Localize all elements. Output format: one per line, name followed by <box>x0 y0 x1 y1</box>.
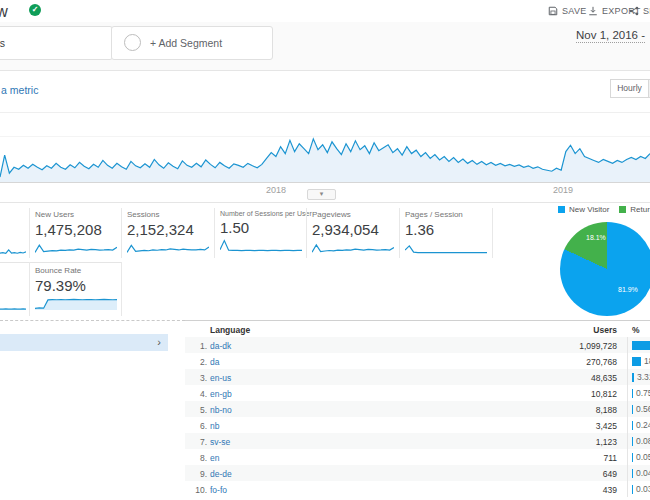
row-rank: 6. <box>191 421 207 431</box>
language-link[interactable]: da <box>210 357 219 367</box>
language-link[interactable]: en-us <box>210 373 231 383</box>
share-button[interactable]: SHARE <box>629 6 650 16</box>
users-sparkline-fragment <box>0 244 26 257</box>
divider <box>121 208 122 258</box>
divider <box>29 262 30 316</box>
metric-card-sessions: Sessions 2,152,324 <box>127 210 215 254</box>
percent-value: 0.03% <box>636 484 650 494</box>
table-row: 5.nb-no8,1880.56% <box>185 401 650 417</box>
metric-sparkline <box>312 241 394 254</box>
percent-users-cell: 0.24% <box>632 420 650 430</box>
column-header-language[interactable]: Language <box>210 325 250 335</box>
percent-bar <box>632 485 633 494</box>
row-rank: 8. <box>191 453 207 463</box>
pie-slice-label-returning: 18.1% <box>586 234 606 241</box>
language-link[interactable]: en-gb <box>210 389 232 399</box>
percent-users-cell: 0.75% <box>632 388 650 398</box>
divider <box>0 112 650 113</box>
users-value: 1,099,728 <box>515 341 617 351</box>
language-link[interactable]: de-de <box>210 469 232 479</box>
metric-sparkline <box>35 297 117 310</box>
language-link[interactable]: da-dk <box>210 341 231 351</box>
metric-value: 2,934,054 <box>312 221 400 238</box>
divider <box>214 208 215 258</box>
pie-slice-label-new: 81.9% <box>618 286 638 293</box>
x-tick-2019: 2019 <box>553 185 573 195</box>
percent-users-cell: 0.04% <box>632 468 650 478</box>
segment-chip-all-users[interactable]: All Users <box>0 26 113 60</box>
session-duration-sparkline-fragment <box>0 300 26 313</box>
percent-bar <box>632 469 633 478</box>
download-icon <box>588 6 598 16</box>
metric-card-bounce-rate: Bounce Rate 79.39% <box>35 266 123 310</box>
table-row: 10.fo-fo4390.03% <box>185 481 650 497</box>
x-tick-2018: 2018 <box>266 185 286 195</box>
percent-users-cell: 74.79% <box>632 340 650 350</box>
metric-sparkline <box>127 241 209 254</box>
verified-check-icon: ✓ <box>29 4 41 16</box>
users-value: 3,425 <box>515 421 617 431</box>
metric-card-sessions-per-user: Number of Sessions per User 1.50 <box>220 210 308 252</box>
segment-label: All Users <box>0 37 5 49</box>
audience-overview-page: Audience Overview ✓ SAVE EXPORT SHARE Al… <box>0 0 650 500</box>
users-value: 1,123 <box>515 437 617 447</box>
users-value: 649 <box>515 469 617 479</box>
metric-label: Pageviews <box>312 210 400 219</box>
row-rank: 1. <box>191 341 207 351</box>
users-value: 48,635 <box>515 373 617 383</box>
save-button[interactable]: SAVE <box>548 6 587 16</box>
legend-returning-visitor: Returning Visitor <box>630 205 650 214</box>
percent-value: 0.24% <box>636 420 650 430</box>
table-row: 2.da270,76818.42% <box>185 353 650 369</box>
metric-card-pageviews: Pageviews 2,934,054 <box>312 210 400 254</box>
select-metric-link[interactable]: Select a metric <box>0 84 38 96</box>
percent-bar <box>632 421 633 430</box>
language-table-body: 1.da-dk1,099,72874.79%2.da270,76818.42%3… <box>185 337 650 497</box>
legend-new-visitor: New Visitor <box>569 205 609 214</box>
granularity-hourly-button[interactable]: Hourly <box>610 79 649 98</box>
metric-sparkline <box>220 239 302 252</box>
metric-label: Bounce Rate <box>35 266 123 275</box>
language-link[interactable]: fo-fo <box>210 485 227 495</box>
divider <box>0 262 121 263</box>
visitor-pie: 18.1% 81.9% <box>560 222 650 316</box>
percent-users-cell: 0.56% <box>632 404 650 414</box>
new-visitor-swatch <box>558 206 565 213</box>
percent-bar <box>632 405 633 414</box>
percent-users-cell: 0.08% <box>632 436 650 446</box>
row-rank: 3. <box>191 373 207 383</box>
divider <box>399 208 400 258</box>
share-icon <box>629 6 639 16</box>
percent-users-cell: 0.03% <box>632 484 650 494</box>
metric-value: 2,152,324 <box>127 221 215 238</box>
divider <box>492 208 493 258</box>
users-value: 439 <box>515 485 617 495</box>
percent-bar <box>632 437 633 446</box>
metric-sparkline <box>35 241 117 254</box>
add-segment-button[interactable]: + Add Segment <box>111 26 273 60</box>
metric-value: 1,475,208 <box>35 221 123 238</box>
row-rank: 2. <box>191 357 207 367</box>
users-timeline-chart <box>0 133 650 182</box>
percent-value: 0.04% <box>636 468 650 478</box>
metric-card-new-users: New Users 1,475,208 <box>35 210 123 254</box>
percent-value: 0.56% <box>636 404 650 414</box>
percent-value: 0.08% <box>636 436 650 446</box>
metric-label: Pages / Session <box>405 210 493 219</box>
language-link[interactable]: nb <box>210 421 219 431</box>
language-link[interactable]: en <box>210 453 219 463</box>
nav-item-language-selected[interactable]: › <box>0 334 168 351</box>
row-rank: 10. <box>191 485 207 495</box>
collapse-chart-button[interactable]: ▾ <box>307 189 336 200</box>
users-value: 270,768 <box>515 357 617 367</box>
language-link[interactable]: sv-se <box>210 437 230 447</box>
language-link[interactable]: nb-no <box>210 405 232 415</box>
date-range-selector[interactable]: Nov 1, 2016 - <box>576 29 645 43</box>
percent-bar <box>632 341 650 350</box>
pie-legend: New Visitor Returning Visitor <box>558 205 650 214</box>
users-value: 711 <box>515 453 617 463</box>
metric-value: 79.39% <box>35 277 123 294</box>
column-header-users[interactable]: Users <box>515 325 617 335</box>
metric-sparkline <box>405 241 487 254</box>
row-rank: 9. <box>191 469 207 479</box>
